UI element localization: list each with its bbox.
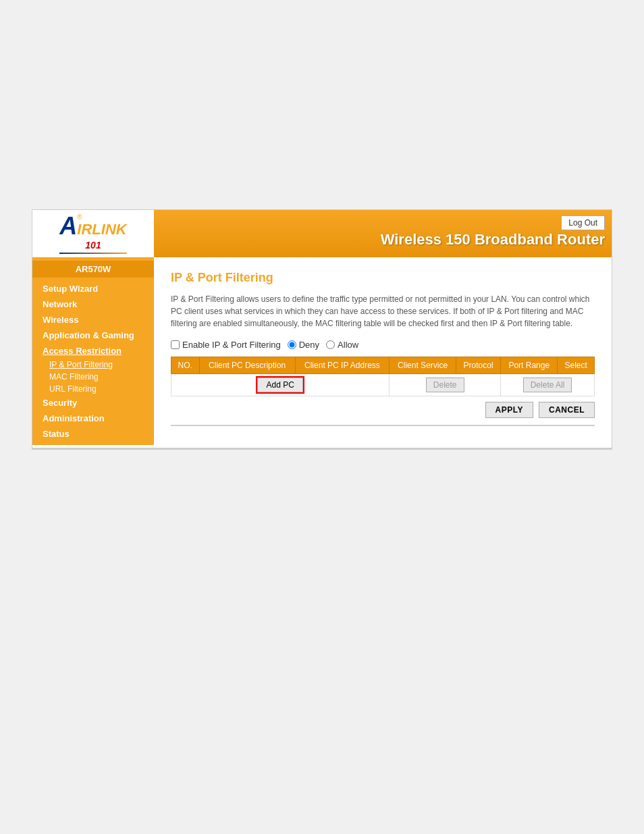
main-content: IP & Port Filtering IP & Port Filtering … xyxy=(154,257,612,440)
delete-all-button[interactable]: Delete All xyxy=(523,377,572,392)
add-pc-cell: Add PC xyxy=(171,374,390,396)
apply-button[interactable]: APPLY xyxy=(485,402,533,418)
deny-radio[interactable] xyxy=(288,340,296,349)
logo-area: A ® IRLINK 101 xyxy=(32,210,154,257)
col-service: Client Service xyxy=(390,357,456,374)
sidebar-sub-ip-port-filtering[interactable]: IP & Port Filtering xyxy=(32,359,154,371)
content-separator xyxy=(171,425,595,426)
col-protocol: Protocol xyxy=(456,357,500,374)
col-desc: Client PC Description xyxy=(199,357,295,374)
delete-button[interactable]: Delete xyxy=(426,377,464,392)
table-header-row: NO. Client PC Description Client PC IP A… xyxy=(171,357,595,374)
sidebar-item-wireless[interactable]: Wireless xyxy=(32,312,154,328)
col-ip: Client PC IP Address xyxy=(295,357,390,374)
delete-all-cell: Delete All xyxy=(501,374,595,396)
cancel-button[interactable]: CANCEL xyxy=(539,402,595,418)
sidebar-item-status[interactable]: Status xyxy=(32,426,154,442)
sidebar-sub-mac-filtering[interactable]: MAC Filtering xyxy=(32,371,154,383)
enable-filter-label[interactable]: Enable IP & Port Filtering xyxy=(171,340,281,350)
filter-options: Enable IP & Port Filtering Deny Allow xyxy=(171,340,595,350)
sidebar-sub-url-filtering[interactable]: URL Filtering xyxy=(32,383,154,395)
enable-filter-checkbox[interactable] xyxy=(171,340,180,349)
logo-101: 101 xyxy=(85,240,101,251)
header-right: Log Out Wireless 150 Broadband Router xyxy=(154,210,612,257)
col-select: Select xyxy=(558,357,595,374)
delete-cell: Delete xyxy=(390,374,501,396)
page-description: IP & Port Filtering allows users to defi… xyxy=(171,293,595,330)
allow-radio-label[interactable]: Allow xyxy=(326,340,358,350)
logo-registered: ® xyxy=(77,213,82,221)
model-label: AR570W xyxy=(32,261,154,278)
sidebar-item-network[interactable]: Network xyxy=(32,296,154,312)
sidebar-item-setup-wizard[interactable]: Setup Wizard xyxy=(32,281,154,296)
sidebar: AR570W Setup Wizard Network Wireless App… xyxy=(32,257,154,445)
sidebar-item-app-gaming[interactable]: Application & Gaming xyxy=(32,328,154,343)
logo-a: A xyxy=(59,214,77,238)
allow-radio[interactable] xyxy=(326,340,335,349)
page-title: IP & Port Filtering xyxy=(171,271,595,285)
col-no: NO. xyxy=(171,357,200,374)
add-pc-button[interactable]: Add PC xyxy=(257,377,302,392)
deny-radio-label[interactable]: Deny xyxy=(288,340,319,350)
table-row-add: Add PC Delete Delete All xyxy=(171,374,595,396)
col-port-range: Port Range xyxy=(501,357,558,374)
bottom-separator xyxy=(32,448,612,449)
header: A ® IRLINK 101 Log Out Wireless 150 Broa… xyxy=(32,210,612,257)
sidebar-item-administration[interactable]: Administration xyxy=(32,411,154,426)
router-name: Wireless 150 Broadband Router xyxy=(381,231,605,252)
action-buttons: APPLY CANCEL xyxy=(171,402,595,418)
filter-table: NO. Client PC Description Client PC IP A… xyxy=(171,357,595,396)
logout-button[interactable]: Log Out xyxy=(561,215,605,230)
content-wrapper: AR570W Setup Wizard Network Wireless App… xyxy=(32,257,612,445)
sidebar-item-security[interactable]: Security xyxy=(32,395,154,411)
logo-irlink: IRLINK xyxy=(77,221,126,238)
sidebar-item-access-restriction[interactable]: Access Restriction xyxy=(32,343,154,359)
